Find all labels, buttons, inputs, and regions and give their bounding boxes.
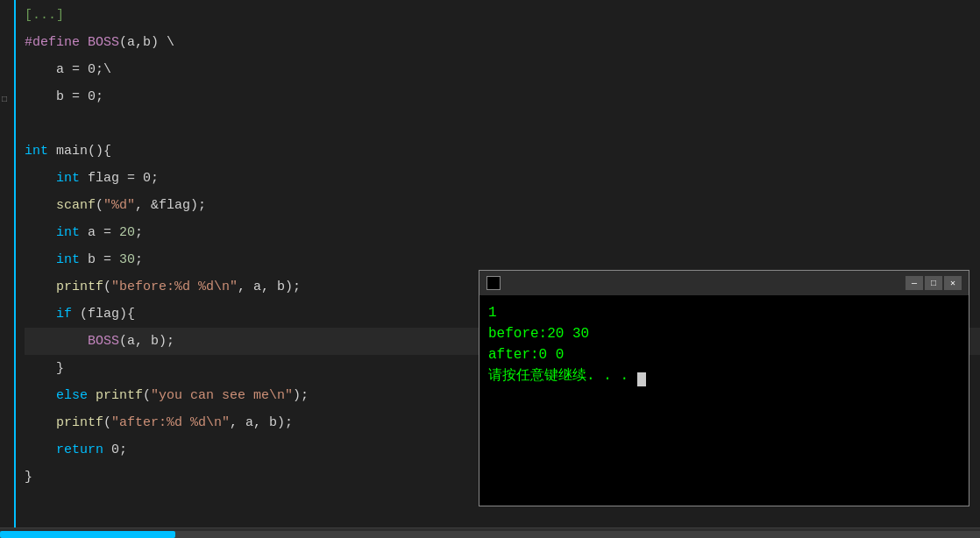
scrollbar-thumb[interactable] bbox=[0, 531, 175, 538]
cmd-close-button[interactable]: ✕ bbox=[944, 276, 962, 290]
cmd-output-line: 请按任意键继续. . . bbox=[488, 365, 960, 386]
cmd-body: 1before:20 30after:0 0请按任意键继续. . . bbox=[479, 295, 969, 506]
cmd-output-line: 1 bbox=[488, 302, 960, 323]
cmd-minimize-button[interactable]: — bbox=[905, 276, 923, 290]
cmd-controls: — □ ✕ bbox=[905, 276, 962, 290]
cmd-output-line: before:20 30 bbox=[488, 323, 960, 344]
code-line: int flag = 0; bbox=[25, 165, 980, 192]
cmd-titlebar: — □ ✕ bbox=[479, 271, 969, 295]
scrollbar-track[interactable] bbox=[0, 531, 980, 538]
code-line: #define BOSS(a,b) \ bbox=[25, 29, 980, 56]
left-gutter: □ bbox=[0, 0, 16, 527]
collapse-icon[interactable]: □ bbox=[2, 95, 7, 104]
code-line: a = 0;\ bbox=[25, 56, 980, 83]
cmd-maximize-button[interactable]: □ bbox=[925, 276, 942, 290]
main-container: □ [...]#define BOSS(a,b) \ a = 0;\ b = 0… bbox=[0, 0, 980, 527]
bottom-bar bbox=[0, 527, 980, 538]
code-line: int main(){ bbox=[25, 138, 980, 165]
code-line bbox=[25, 110, 980, 138]
code-line: [...] bbox=[25, 2, 980, 29]
code-line: b = 0; bbox=[25, 83, 980, 110]
code-line: scanf("%d", &flag); bbox=[25, 192, 980, 219]
cmd-cursor bbox=[637, 372, 646, 386]
cmd-icon bbox=[486, 276, 501, 290]
cmd-output-line: after:0 0 bbox=[488, 344, 960, 365]
cmd-window: — □ ✕ 1before:20 30after:0 0请按任意键继续. . . bbox=[479, 270, 969, 506]
code-line: int a = 20; bbox=[25, 219, 980, 246]
